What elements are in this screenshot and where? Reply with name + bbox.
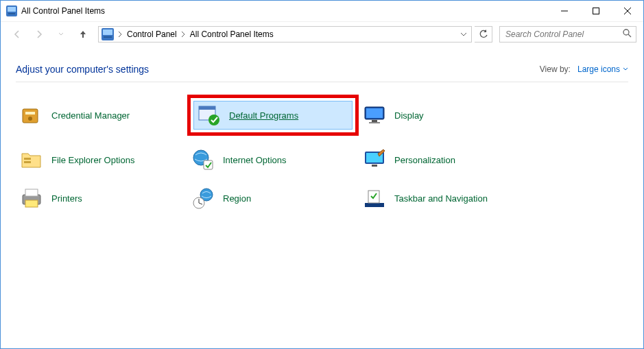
svg-rect-21 xyxy=(369,122,380,123)
svg-rect-2 xyxy=(8,13,15,14)
file-explorer-options-icon xyxy=(20,148,43,171)
divider xyxy=(16,82,628,82)
navigation-bar: Control Panel All Control Panel Items xyxy=(1,21,643,46)
item-label: Credential Manager xyxy=(51,110,130,121)
chevron-right-icon[interactable] xyxy=(180,31,187,38)
item-taskbar-navigation[interactable]: Taskbar and Navigation xyxy=(359,184,530,213)
items-grid: Credential Manager Default Programs Disp… xyxy=(16,95,628,213)
item-personalization[interactable]: Personalization xyxy=(359,145,530,174)
recent-dropdown-icon[interactable] xyxy=(51,25,71,44)
view-by-label: View by: xyxy=(540,64,571,74)
svg-rect-25 xyxy=(204,160,213,169)
item-internet-options[interactable]: Internet Options xyxy=(187,145,359,174)
svg-rect-13 xyxy=(25,112,35,115)
control-panel-window: All Control Panel Items xyxy=(0,0,644,349)
svg-point-10 xyxy=(623,29,629,35)
svg-rect-30 xyxy=(25,189,38,196)
view-by-control: View by: Large icons xyxy=(540,64,628,74)
display-icon xyxy=(363,104,386,127)
item-file-explorer-options[interactable]: File Explorer Options xyxy=(16,145,187,174)
refresh-button[interactable] xyxy=(475,26,492,43)
breadcrumb-control-panel[interactable]: Control Panel xyxy=(124,27,180,42)
page-heading: Adjust your computer's settings xyxy=(16,64,149,75)
view-by-value: Large icons xyxy=(577,64,620,74)
chevron-down-icon[interactable] xyxy=(457,32,470,37)
item-default-programs[interactable]: Default Programs xyxy=(193,101,353,130)
svg-rect-19 xyxy=(366,108,383,118)
printers-icon xyxy=(20,186,43,210)
item-label: Taskbar and Navigation xyxy=(394,193,488,204)
svg-rect-20 xyxy=(372,120,377,122)
svg-rect-4 xyxy=(593,8,599,14)
item-label: Personalization xyxy=(394,155,455,165)
item-credential-manager[interactable]: Credential Manager xyxy=(16,95,187,136)
titlebar-left: All Control Panel Items xyxy=(6,5,105,16)
svg-rect-1 xyxy=(8,7,16,12)
credential-manager-icon xyxy=(20,104,43,127)
svg-point-14 xyxy=(28,117,32,121)
svg-rect-36 xyxy=(365,203,384,207)
control-panel-icon xyxy=(6,5,17,16)
svg-rect-22 xyxy=(24,158,31,160)
item-label: Display xyxy=(394,110,424,121)
svg-rect-28 xyxy=(372,165,377,167)
back-button[interactable] xyxy=(8,25,27,44)
item-display[interactable]: Display xyxy=(359,95,530,136)
taskbar-navigation-icon xyxy=(363,186,386,210)
item-region[interactable]: Region xyxy=(187,184,359,213)
window-title: All Control Panel Items xyxy=(21,6,105,16)
content-header: Adjust your computer's settings View by:… xyxy=(16,64,628,75)
highlight-annotation: Default Programs xyxy=(187,95,359,136)
minimize-button[interactable] xyxy=(549,1,580,21)
breadcrumb-all-items[interactable]: All Control Panel Items xyxy=(187,27,276,42)
svg-rect-31 xyxy=(25,200,38,207)
content-area: Adjust your computer's settings View by:… xyxy=(1,46,643,348)
internet-options-icon xyxy=(191,148,215,171)
svg-rect-16 xyxy=(199,106,215,110)
item-label: Region xyxy=(223,193,251,204)
close-button[interactable] xyxy=(612,1,643,21)
forward-button[interactable] xyxy=(29,25,49,44)
item-label: Default Programs xyxy=(229,110,298,121)
item-label: File Explorer Options xyxy=(51,155,134,165)
maximize-button[interactable] xyxy=(580,1,612,21)
control-panel-icon xyxy=(102,28,114,40)
titlebar: All Control Panel Items xyxy=(1,1,643,21)
item-printers[interactable]: Printers xyxy=(16,184,187,213)
item-label: Printers xyxy=(51,193,82,204)
view-by-dropdown[interactable]: Large icons xyxy=(577,64,628,74)
svg-rect-23 xyxy=(24,161,31,163)
personalization-icon xyxy=(363,148,386,171)
search-box[interactable] xyxy=(499,26,636,43)
svg-rect-8 xyxy=(103,29,112,35)
region-icon xyxy=(191,186,215,210)
svg-line-11 xyxy=(628,34,631,37)
search-input[interactable] xyxy=(504,29,622,40)
svg-rect-9 xyxy=(104,36,112,38)
item-label: Internet Options xyxy=(223,155,287,165)
up-button[interactable] xyxy=(73,25,93,44)
svg-point-17 xyxy=(208,115,219,125)
titlebar-controls xyxy=(549,1,643,21)
chevron-right-icon[interactable] xyxy=(117,31,124,38)
search-icon[interactable] xyxy=(622,28,632,40)
chevron-down-icon xyxy=(623,67,628,71)
address-bar[interactable]: Control Panel All Control Panel Items xyxy=(98,26,472,43)
default-programs-icon xyxy=(198,104,221,127)
